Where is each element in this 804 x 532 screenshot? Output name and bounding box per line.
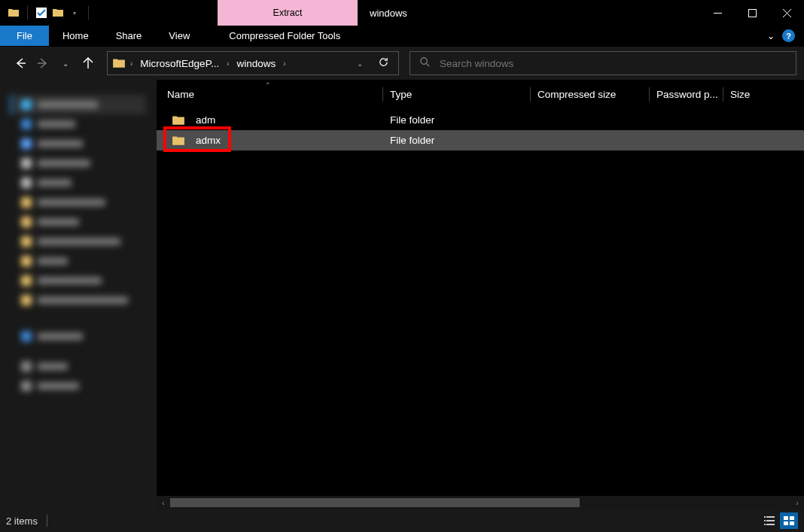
svg-rect-15 [766, 524, 775, 525]
separator [88, 6, 89, 20]
svg-rect-12 [764, 520, 766, 521]
file-type: File folder [382, 135, 530, 146]
breadcrumb-segment[interactable]: windows [234, 58, 279, 69]
back-button[interactable] [12, 55, 29, 71]
help-icon[interactable]: ? [782, 29, 795, 42]
chevron-right-icon[interactable]: › [282, 59, 287, 68]
file-name: adm [196, 114, 382, 126]
window-controls [700, 0, 804, 26]
scroll-right-icon[interactable]: › [790, 496, 804, 509]
horizontal-scrollbar[interactable]: ‹ › [157, 496, 804, 509]
scroll-track[interactable] [170, 497, 790, 508]
svg-rect-17 [790, 516, 794, 520]
search-icon [419, 56, 431, 71]
folder-icon [112, 56, 126, 70]
status-bar: 2 items [0, 509, 804, 532]
home-tab[interactable]: Home [49, 26, 102, 46]
checkbox-icon[interactable] [35, 7, 47, 19]
window-title: windows [370, 0, 407, 26]
separator [47, 515, 47, 527]
navigation-row: ⌄ › MicrosoftEdgeP... › windows › ⌄ [0, 47, 804, 80]
up-button[interactable] [80, 55, 96, 71]
file-name: admx [196, 135, 382, 146]
address-dropdown-icon[interactable]: ⌄ [349, 59, 370, 68]
folder-icon [172, 114, 185, 127]
thumbnails-view-button[interactable] [780, 512, 798, 529]
search-input[interactable] [440, 58, 787, 69]
column-name[interactable]: Name ⌃ [167, 80, 382, 109]
main-area: Name ⌃ Type Compressed size Password p..… [0, 80, 804, 509]
address-bar[interactable]: › MicrosoftEdgeP... › windows › ⌄ [107, 51, 399, 75]
folder-icon [52, 7, 64, 19]
file-tab[interactable]: File [0, 26, 49, 46]
column-password[interactable]: Password p... [649, 80, 723, 109]
svg-rect-2 [748, 9, 756, 17]
column-headers: Name ⌃ Type Compressed size Password p..… [157, 80, 804, 110]
recent-locations-icon[interactable]: ⌄ [57, 55, 74, 71]
column-label: Name [167, 89, 194, 100]
dropdown-icon[interactable]: ▾ [69, 7, 81, 19]
svg-rect-19 [790, 521, 794, 525]
forward-button[interactable] [35, 55, 51, 71]
chevron-right-icon[interactable]: › [129, 59, 134, 68]
context-tab-extract[interactable]: Extract [218, 0, 358, 26]
folder-icon [172, 134, 185, 147]
folder-icon [8, 7, 20, 19]
compressed-tools-tab[interactable]: Compressed Folder Tools [211, 26, 358, 46]
extract-label: Extract [273, 8, 303, 18]
file-list-pane: Name ⌃ Type Compressed size Password p..… [157, 80, 804, 509]
scroll-thumb[interactable] [170, 498, 580, 507]
scroll-left-icon[interactable]: ‹ [157, 496, 170, 509]
close-button[interactable] [769, 0, 804, 26]
details-view-button[interactable] [760, 512, 778, 529]
file-rows: adm File folder admx File folder [157, 110, 804, 496]
view-tab[interactable]: View [155, 26, 203, 46]
column-compressed-size[interactable]: Compressed size [530, 80, 649, 109]
file-row[interactable]: adm File folder [157, 110, 804, 130]
ribbon-tabs: File Home Share View Compressed Folder T… [0, 26, 804, 47]
file-row[interactable]: admx File folder [157, 130, 804, 150]
search-box[interactable] [410, 51, 796, 75]
svg-rect-14 [764, 524, 766, 525]
file-type: File folder [382, 114, 530, 126]
column-type[interactable]: Type [382, 80, 530, 109]
svg-point-8 [421, 57, 427, 63]
titlebar: ▾ Extract windows [0, 0, 804, 26]
quick-access-toolbar: ▾ [0, 0, 92, 26]
refresh-icon[interactable] [373, 56, 394, 71]
navigation-pane[interactable] [0, 80, 157, 509]
share-tab[interactable]: Share [102, 26, 156, 46]
column-size[interactable]: Size [723, 80, 783, 109]
svg-rect-13 [766, 520, 775, 521]
svg-rect-16 [784, 516, 788, 520]
minimize-button[interactable] [700, 0, 735, 26]
svg-rect-18 [784, 521, 788, 525]
svg-rect-11 [766, 516, 775, 518]
separator [27, 6, 28, 20]
item-count: 2 items [6, 515, 38, 527]
svg-rect-10 [764, 516, 766, 518]
chevron-right-icon[interactable]: › [225, 59, 230, 68]
collapse-ribbon-icon[interactable]: ⌄ [767, 31, 775, 41]
breadcrumb-segment[interactable]: MicrosoftEdgeP... [137, 58, 222, 69]
svg-line-9 [426, 63, 429, 66]
sort-indicator-icon: ⌃ [265, 81, 271, 89]
maximize-button[interactable] [735, 0, 769, 26]
